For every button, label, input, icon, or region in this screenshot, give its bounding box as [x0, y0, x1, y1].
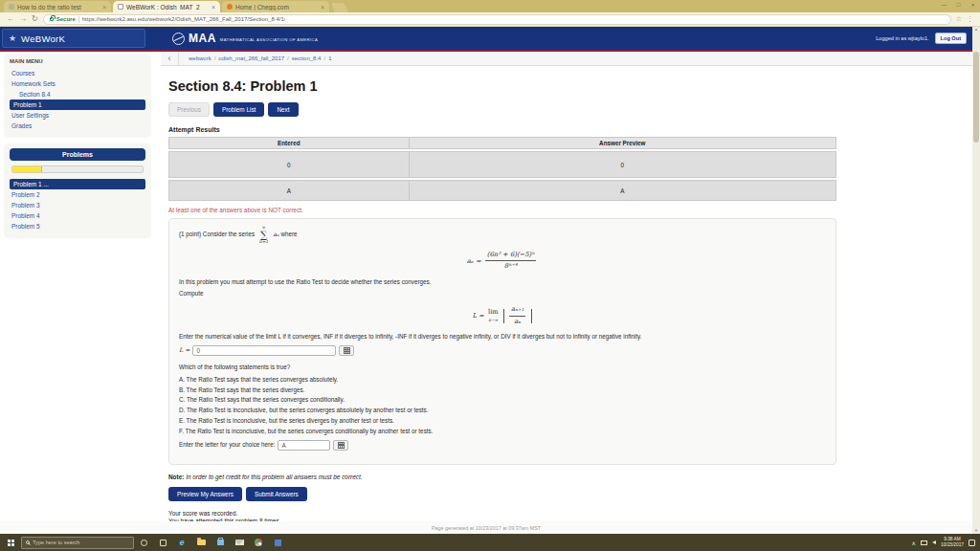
- series-formula: aₙ = (6n² + 6)(−5)ⁿ 8ⁿ⁺⁴: [179, 251, 826, 272]
- submit-answers-button[interactable]: Submit Answers: [246, 487, 307, 501]
- sidebar-item-user-settings[interactable]: User Settings: [10, 110, 145, 121]
- sigma-notation: ∞ ∑ n=1: [259, 226, 269, 244]
- scrollbar-thumb[interactable]: [973, 52, 979, 143]
- taskbar-clock[interactable]: 9:38 AM 10/23/2017: [941, 537, 964, 547]
- logout-button[interactable]: Log Out: [935, 33, 967, 44]
- cell-preview-2: A: [410, 181, 835, 200]
- bookmark-star-icon[interactable]: ☆: [956, 15, 962, 23]
- limit-label: L =: [179, 346, 189, 355]
- main-menu-title: MAIN MENU: [10, 58, 145, 64]
- breadcrumb-back-button[interactable]: ‹: [161, 52, 179, 66]
- forward-icon[interactable]: →: [19, 15, 27, 23]
- edge-button[interactable]: e: [172, 534, 191, 551]
- series-variable: aₙ: [273, 231, 278, 237]
- minimize-button[interactable]: —: [937, 0, 951, 10]
- maximize-button[interactable]: □: [951, 0, 966, 10]
- cell-entered-1: 0: [169, 152, 410, 177]
- close-button[interactable]: ×: [966, 0, 980, 10]
- photos-button[interactable]: [268, 534, 287, 551]
- preview-answers-button[interactable]: Preview My Answers: [168, 487, 242, 501]
- table-header-row: Entered Answer Preview: [168, 137, 836, 149]
- new-tab-button[interactable]: [331, 3, 347, 12]
- scrollbar[interactable]: ▲ ▼: [972, 27, 980, 534]
- tab1-favicon-icon: [9, 4, 14, 10]
- breadcrumb-link-section[interactable]: section_8.4: [292, 55, 322, 61]
- taskbar-search-box[interactable]: Type here to search: [21, 537, 134, 549]
- volume-icon[interactable]: [932, 540, 936, 544]
- breadcrumb-link-webwork[interactable]: webwork: [189, 55, 212, 61]
- action-center-icon[interactable]: [969, 540, 975, 546]
- network-icon[interactable]: [921, 540, 927, 545]
- webwork-star-icon: ★: [9, 33, 16, 43]
- sidebar-item-section-8-4[interactable]: Section 8.4: [10, 89, 145, 99]
- problem-statement-box: (1 point) Consider the series ∞ ∑ n=1 aₙ…: [168, 218, 836, 465]
- back-icon[interactable]: ←: [7, 15, 14, 23]
- problems-item-3[interactable]: Problem 3: [10, 200, 145, 210]
- next-button[interactable]: Next: [268, 102, 298, 117]
- task-view-button[interactable]: [153, 534, 172, 551]
- webwork-header: ★ WeBWorK MAA MATHEMATICAL ASSOCIATION O…: [0, 27, 980, 50]
- browser-tab-2-active[interactable]: WeBWorK : Odish_MAT_2 ×: [113, 1, 220, 12]
- scroll-up-icon[interactable]: ▲: [974, 27, 978, 33]
- mail-button[interactable]: [230, 534, 249, 551]
- file-explorer-button[interactable]: [191, 534, 211, 551]
- store-icon: [217, 540, 224, 545]
- search-icon: [26, 540, 30, 544]
- chrome-icon: [255, 539, 262, 546]
- previous-button[interactable]: Previous: [168, 102, 210, 117]
- reload-icon[interactable]: ↻: [32, 15, 38, 23]
- equation-editor-button[interactable]: [339, 345, 354, 356]
- problems-panel: Problems Problem 1 ... Problem 2 Problem…: [4, 143, 151, 238]
- ratio-test-text: In this problem you must attempt to use …: [179, 278, 826, 287]
- sidebar-item-courses[interactable]: Courses: [10, 68, 145, 78]
- option-a: A. The Ratio Test says that the series c…: [179, 376, 826, 385]
- breadcrumb-link-problem[interactable]: 1: [328, 55, 331, 61]
- mc-question: Which of the following statements is tru…: [179, 364, 826, 372]
- choice-label: Enter the letter for your choice here:: [179, 441, 275, 450]
- browser-tab-3[interactable]: Home | Chegg.com ×: [222, 1, 329, 12]
- tab-close-icon[interactable]: ×: [212, 4, 215, 11]
- maa-logo: MAA MATHEMATICAL ASSOCIATION OF AMERICA: [172, 32, 318, 45]
- option-e: E. The Ratio Test is inconclusive, but t…: [179, 417, 826, 426]
- sidebar-item-homework-sets[interactable]: Homework Sets: [10, 78, 145, 89]
- url-text: https://webwork2.asu.edu/webwork2/Odish_…: [82, 16, 286, 22]
- tab-close-icon[interactable]: ×: [321, 4, 324, 11]
- maa-full-name: MATHEMATICAL ASSOCIATION OF AMERICA: [220, 37, 318, 42]
- browser-tab-1[interactable]: How to do the ratio test ×: [4, 1, 111, 12]
- tab-title: How to do the ratio test: [17, 4, 100, 11]
- browser-menu-icon[interactable]: ⋮: [967, 15, 973, 23]
- window-controls: — □ ×: [937, 0, 980, 10]
- problem-list-button[interactable]: Problem List: [213, 102, 265, 117]
- tab-close-icon[interactable]: ×: [102, 4, 106, 11]
- sidebar-item-problem-1-selected[interactable]: Problem 1: [10, 99, 145, 110]
- problems-item-1-selected[interactable]: Problem 1 ...: [10, 179, 145, 189]
- chrome-button[interactable]: [249, 534, 268, 551]
- formula2-fraction: aₙ₊₁ aₙ: [509, 305, 525, 326]
- start-button[interactable]: [0, 534, 21, 551]
- cortana-button[interactable]: [134, 534, 153, 551]
- option-b: B. The Ratio Test says that the series d…: [179, 386, 826, 395]
- table-row: 0 0: [168, 151, 836, 178]
- address-bar[interactable]: Secure https://webwork2.asu.edu/webwork2…: [43, 14, 951, 25]
- problems-item-2[interactable]: Problem 2: [10, 189, 145, 200]
- choice-input[interactable]: [278, 440, 330, 451]
- sigma-icon: ∑: [260, 231, 267, 239]
- store-button[interactable]: [211, 534, 230, 551]
- breadcrumb: ‹ webwork / odish_mat_266_fall_2017 / se…: [161, 52, 972, 66]
- page-body: MAIN MENU Courses Homework Sets Section …: [0, 52, 972, 534]
- equation-editor-button[interactable]: [333, 440, 348, 451]
- problems-item-4[interactable]: Problem 4: [10, 210, 145, 221]
- progress-bar: [11, 165, 144, 173]
- problem-intro-line: (1 point) Consider the series ∞ ∑ n=1 aₙ…: [179, 226, 826, 244]
- tray-caret-icon[interactable]: ∧: [912, 540, 916, 546]
- compute-label: Compute: [179, 290, 826, 298]
- breadcrumb-link-course[interactable]: odish_mat_266_fall_2017: [218, 55, 284, 61]
- webwork-logo[interactable]: ★ WeBWorK: [2, 29, 145, 48]
- divider: [78, 16, 79, 23]
- limit-input[interactable]: [192, 345, 336, 356]
- tab2-favicon-icon: [118, 4, 123, 10]
- problems-item-5[interactable]: Problem 5: [10, 221, 145, 231]
- incorrect-answer-message: At least one of the answers above is NOT…: [168, 207, 836, 213]
- grid-icon: [344, 347, 350, 354]
- sidebar-item-grades[interactable]: Grades: [10, 121, 145, 131]
